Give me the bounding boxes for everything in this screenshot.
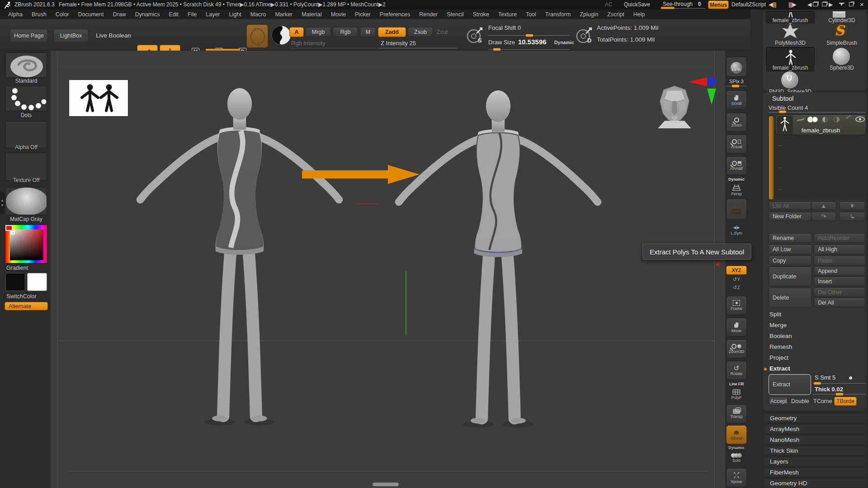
window-stack2-icon[interactable]	[822, 2, 827, 6]
section-split[interactable]: Split	[769, 311, 781, 318]
next-document-icon[interactable]: ▶	[829, 1, 833, 8]
menu-layer[interactable]: Layer	[201, 11, 224, 18]
move-canvas-button[interactable]: Move	[726, 318, 747, 337]
contrast-toggle-icon[interactable]	[834, 117, 840, 122]
new-folder-button[interactable]: New Folder	[769, 212, 812, 221]
palette-thickskin[interactable]: Thick Skin	[763, 446, 866, 455]
subtool-panel-title[interactable]: Subtool	[772, 95, 793, 102]
quicksave-button[interactable]: QuickSave	[624, 1, 650, 8]
insert-button[interactable]: Insert	[814, 277, 865, 286]
sv-square[interactable]	[10, 230, 43, 260]
rgb-intensity-slider[interactable]	[289, 48, 376, 48]
scroll-button[interactable]: Scroll	[726, 90, 747, 109]
model-after[interactable]	[393, 86, 604, 449]
actual-size-button[interactable]: Actual	[726, 135, 747, 154]
z-intensity-slider[interactable]	[378, 48, 458, 48]
aahalf-button[interactable]: AAHalf	[726, 156, 747, 175]
transparency-button[interactable]: Transp	[726, 404, 747, 423]
subtool-up-button[interactable]: ▲	[811, 202, 836, 210]
main-color-swatch[interactable]	[5, 273, 25, 291]
see-through-label[interactable]: See-through	[663, 1, 693, 7]
rgb-toggle[interactable]: Rgb	[333, 27, 358, 37]
s-smt-slider-handle[interactable]	[813, 382, 821, 385]
model-before[interactable]	[134, 84, 345, 446]
section-remesh[interactable]: Remesh	[769, 343, 792, 350]
color-picker[interactable]	[5, 225, 47, 263]
duplicate-button[interactable]: Duplicate	[769, 267, 812, 286]
home-page-button[interactable]: Home Page	[10, 29, 48, 42]
xyz-symmetry-button[interactable]: XYZ	[726, 266, 747, 275]
folder-redo-button[interactable]: ↷	[811, 212, 836, 221]
subtool-down-button[interactable]: ▼	[839, 202, 865, 210]
current-material-sphere[interactable]	[271, 25, 291, 45]
menu-zplugin[interactable]: Zplugin	[575, 11, 603, 18]
next-ui-group-icon[interactable]: ||||▶	[788, 1, 796, 8]
section-merge[interactable]: Merge	[769, 322, 787, 328]
zsub-toggle[interactable]: Zsub	[408, 27, 433, 37]
mrgb-toggle[interactable]: Mrgb	[306, 27, 331, 37]
brush-thumbnail[interactable]	[5, 52, 47, 78]
palette-geometry[interactable]: Geometry	[763, 413, 866, 423]
menu-file[interactable]: File	[183, 11, 201, 18]
menu-alpha[interactable]: Alpha	[4, 11, 27, 18]
menu-stroke[interactable]: Stroke	[468, 11, 494, 18]
frame-button[interactable]: Frame	[726, 296, 747, 315]
menu-stencil[interactable]: Stencil	[442, 11, 468, 18]
picker-head-icon[interactable]	[657, 85, 692, 128]
local-symmetry-button[interactable]: ◂|▸ L.Sym	[726, 222, 747, 238]
rename-button[interactable]: Rename	[769, 233, 812, 243]
menu-texture[interactable]: Texture	[494, 11, 521, 18]
polypaint-brush-icon[interactable]	[797, 117, 805, 122]
secondary-color-swatch[interactable]	[27, 273, 47, 291]
del-all-button[interactable]: Del All	[814, 298, 865, 307]
append-button[interactable]: Append	[814, 266, 865, 276]
floor-button[interactable]: Y ↓ Floor	[726, 199, 747, 220]
stroke-picker-icon[interactable]: S	[466, 26, 485, 45]
all-high-button[interactable]: All High	[814, 244, 865, 254]
subtool-scrollbar[interactable]	[769, 116, 774, 199]
visible-count-slider-label[interactable]: Visible Count 4	[769, 104, 808, 111]
rotate-canvas-button[interactable]: ↺ Rotate	[726, 361, 747, 380]
move-to-folder-button[interactable]: ↳	[839, 212, 865, 221]
menu-picker[interactable]: Picker	[350, 11, 375, 18]
autoreorder-button[interactable]: AutoReorder	[814, 233, 865, 243]
menu-macro[interactable]: Macro	[246, 11, 271, 18]
rotate-z-button[interactable]: ↺Z	[726, 285, 747, 291]
focal-shift-slider-label[interactable]: Focal Shift 0	[488, 24, 521, 31]
draw-size-slider-label[interactable]: Draw Size	[488, 39, 515, 46]
menu-movie[interactable]: Movie	[326, 11, 350, 18]
spix-slider-handle[interactable]	[731, 84, 740, 88]
paste-button[interactable]: Paste	[814, 256, 865, 266]
alternate-button[interactable]: Alternate	[5, 302, 48, 310]
lightbox-button[interactable]: LightBox	[53, 29, 89, 42]
visible-count-slider-handle[interactable]	[778, 110, 787, 113]
section-project[interactable]: Project	[769, 354, 788, 361]
tool-slot-1-thumb[interactable]	[831, 11, 847, 18]
pen-toggle-icon[interactable]	[846, 115, 851, 119]
tborde-button[interactable]: TBorde	[834, 397, 857, 406]
del-other-button[interactable]: Del Other	[814, 287, 865, 297]
palette-fibermesh[interactable]: FiberMesh	[763, 467, 866, 477]
accept-button[interactable]: Accept	[769, 397, 788, 406]
zadd-toggle[interactable]: Zadd	[378, 27, 406, 37]
canvas-h-scrollbar[interactable]	[373, 483, 399, 486]
palette-layers[interactable]: Layers	[763, 456, 866, 466]
tcorne-button[interactable]: TCorne	[813, 398, 832, 404]
tool-slot-3-thumb[interactable]: S	[835, 23, 844, 38]
menu-render[interactable]: Render	[415, 11, 442, 18]
palette-arraymesh[interactable]: ArrayMesh	[763, 424, 866, 434]
spix-slider-label[interactable]: SPix 3	[726, 79, 747, 84]
tray-collapse-handle[interactable]: ▲ ▼	[0, 192, 5, 214]
menu-tool[interactable]: Tool	[521, 11, 541, 18]
tool-slot-2-thumb[interactable]	[781, 23, 799, 40]
focal-shift-slider-handle[interactable]	[525, 34, 533, 37]
zoom3d-button[interactable]: Zoom3D	[726, 339, 747, 358]
list-all-button[interactable]: List All	[769, 202, 812, 210]
ghost-button[interactable]: Ghost	[726, 425, 747, 444]
prev-document-icon[interactable]: ◀	[807, 1, 811, 8]
paint-toggle2-icon[interactable]	[812, 117, 818, 122]
solo-button[interactable]: Solo	[726, 450, 747, 465]
section-boolean[interactable]: Boolean	[769, 333, 792, 339]
zcut-toggle[interactable]: Zcut	[437, 29, 448, 35]
texture-thumbnail[interactable]	[5, 153, 47, 181]
